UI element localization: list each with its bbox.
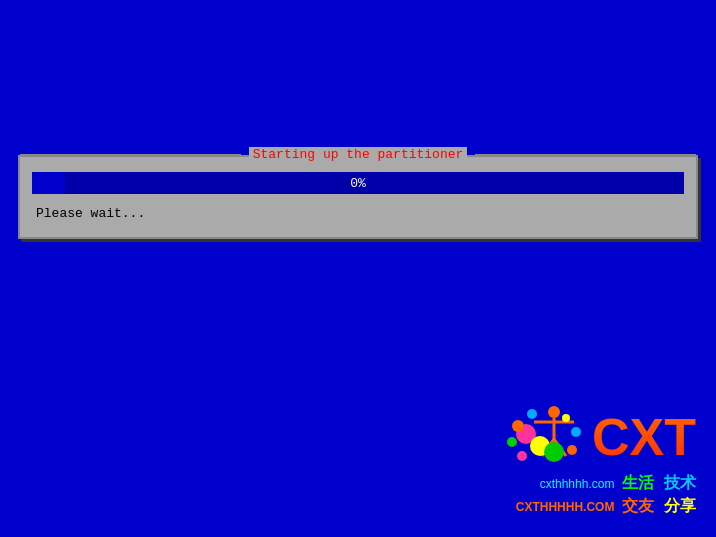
svg-point-7	[544, 442, 564, 462]
branding-watermark: CXT cxthhhhh.com 生活 技术 CXTHHHHH.COM 交友 分…	[504, 404, 696, 517]
logo-icon	[504, 404, 584, 469]
svg-point-11	[517, 451, 527, 461]
share-text: 分享	[664, 498, 696, 516]
cxt-brand-text: CXT	[592, 411, 696, 463]
branding-url-row2: CXTHHHHH.COM 交友 分享	[516, 496, 696, 517]
title-line-right	[475, 154, 696, 156]
dialog-title-bar: Starting up the partitioner	[20, 147, 696, 162]
friend-text: 交友	[622, 498, 654, 516]
svg-point-14	[567, 445, 577, 455]
life-text: 生活	[622, 475, 654, 493]
svg-point-13	[571, 427, 581, 437]
title-line-left	[20, 154, 241, 156]
svg-point-9	[512, 420, 524, 432]
svg-point-10	[507, 437, 517, 447]
svg-point-12	[562, 414, 570, 422]
progress-label: 0%	[350, 176, 366, 191]
svg-point-8	[527, 409, 537, 419]
progress-bar-container: 0%	[32, 172, 684, 194]
tech-text: 技术	[664, 475, 696, 493]
please-wait-text: Please wait...	[36, 206, 684, 221]
progress-fill	[32, 172, 65, 194]
dialog-title: Starting up the partitioner	[249, 147, 468, 162]
dialog-content: 0% Please wait...	[20, 164, 696, 237]
branding-url-row1: cxthhhhh.com 生活 技术	[540, 473, 696, 494]
url-cyan: cxthhhhh.com	[540, 477, 615, 491]
branding-logo-row: CXT	[504, 404, 696, 469]
dialog-box: Starting up the partitioner 0% Please wa…	[18, 155, 698, 239]
url-orange: CXTHHHHH.COM	[516, 500, 615, 514]
background: Starting up the partitioner 0% Please wa…	[0, 0, 716, 537]
svg-point-0	[548, 406, 560, 418]
life-tech-text: 生活 技术	[622, 473, 696, 494]
friend-share-text: 交友 分享	[622, 496, 696, 517]
